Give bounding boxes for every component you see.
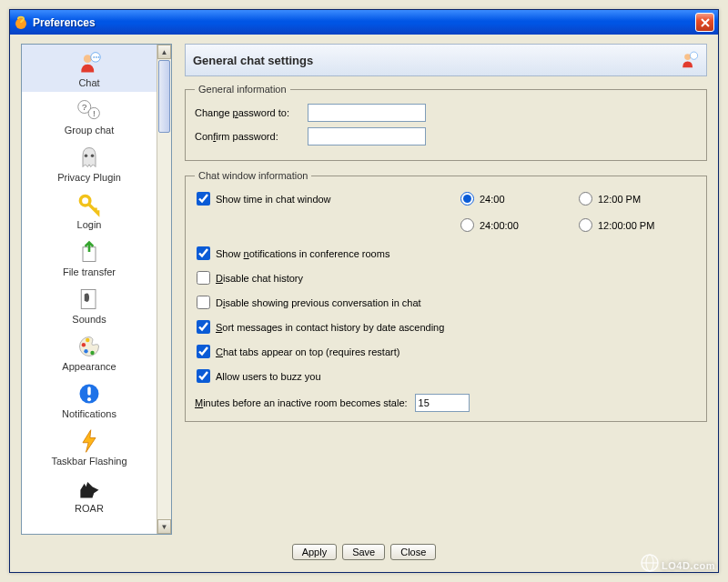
scroll-thumb[interactable] [158,60,170,133]
time-format-24-radio[interactable] [460,192,474,206]
sidebar-item-label: Group chat [24,125,155,135]
disable-history-checkbox[interactable] [197,271,210,285]
radio-label: 24:00 [480,194,505,205]
disable-history-label: Disable chat history [216,273,303,284]
close-button[interactable]: Close [390,544,436,560]
svg-point-11 [91,155,95,158]
show-notifications-checkbox[interactable] [197,246,210,260]
show-notifications-label: Show notifications in conference rooms [216,248,389,259]
wolf-icon [76,476,102,501]
svg-text:?: ? [82,102,86,112]
apply-button[interactable]: Apply [292,544,338,560]
dialog-buttons: Apply Save Close [21,544,707,560]
sidebar-item-sounds[interactable]: Sounds [22,281,157,328]
sidebar-item-file-transfer[interactable]: File transfer [22,234,157,281]
key-icon [76,192,102,217]
svg-rect-20 [87,386,91,396]
svg-point-5 [98,56,100,58]
scroll-down-arrow-icon[interactable]: ▼ [157,519,171,534]
chat-window-information-group: Chat window information Show time in cha… [185,170,707,422]
ghost-icon [76,145,102,170]
radio-label: 24:00:00 [480,220,519,231]
stale-minutes-label: Minutes before an inactive room becomes … [195,397,408,408]
window-title: Preferences [33,16,695,29]
sidebar-item-label: Login [24,219,155,230]
sort-messages-label: Sort messages in contact history by date… [216,322,444,333]
disable-previous-checkbox[interactable] [197,296,210,309]
app-icon [14,15,28,30]
sidebar-item-label: Appearance [24,361,155,372]
svg-point-18 [86,338,89,342]
sidebar-item-roar[interactable]: ROAR [22,470,157,517]
scroll-up-arrow-icon[interactable]: ▲ [157,45,171,59]
preferences-window: Preferences Chat ?! Group chat [9,9,719,573]
sort-messages-checkbox[interactable] [197,320,210,334]
sidebar-item-label: ROAR [24,503,155,514]
palette-icon [76,334,102,359]
sidebar-item-notifications[interactable]: Notifications [22,376,157,423]
disable-previous-label: Disable showing previous conversation in… [216,297,421,308]
general-information-group: General information Change password to: … [185,84,707,161]
svg-point-22 [684,54,691,60]
allow-buzz-checkbox[interactable] [197,369,210,383]
group-legend: General information [195,84,290,95]
show-time-checkbox[interactable] [197,192,210,206]
svg-point-0 [15,18,26,29]
allow-buzz-label: Allow users to buzz you [216,371,321,382]
confirm-password-label: Confirm password: [195,131,302,142]
titlebar[interactable]: Preferences [10,10,718,35]
svg-point-15 [82,343,86,346]
window-body: Chat ?! Group chat Privacy Plugin Login [10,35,718,572]
sidebar-item-label: Chat [24,77,155,88]
tabs-on-top-label: Chat tabs appear on top (requires restar… [216,346,399,357]
person-chat-icon [76,50,102,75]
sidebar: Chat ?! Group chat Privacy Plugin Login [21,44,172,535]
page-title: General chat settings [193,54,313,67]
svg-point-16 [84,349,87,353]
save-button[interactable]: Save [342,544,385,560]
change-password-field[interactable] [308,104,426,122]
sidebar-item-login[interactable]: Login [22,186,157,234]
sounds-icon [76,286,102,312]
sidebar-item-label: File transfer [24,266,155,277]
alert-icon [76,381,102,406]
content-panel: General chat settings General informatio… [185,44,707,535]
person-chat-icon [679,50,699,70]
confirm-password-field[interactable] [308,127,426,146]
page-header: General chat settings [185,44,707,76]
stale-minutes-field[interactable] [415,394,470,412]
close-window-button[interactable] [695,13,714,32]
time-format-12pms-radio[interactable] [579,218,592,232]
sidebar-item-privacy-plugin[interactable]: Privacy Plugin [22,139,157,186]
sidebar-item-label: Privacy Plugin [24,172,155,183]
sidebar-scrollbar[interactable]: ▲ ▼ [157,45,171,534]
radio-label: 12:00 PM [598,194,641,205]
svg-point-4 [96,56,97,58]
time-format-24s-radio[interactable] [460,218,474,232]
sidebar-item-appearance[interactable]: Appearance [22,328,157,376]
sidebar-item-label: Notifications [24,408,155,419]
tabs-on-top-checkbox[interactable] [197,345,210,358]
file-transfer-icon [76,239,102,265]
svg-point-10 [85,155,88,158]
svg-text:!: ! [93,108,96,118]
time-format-12pm-radio[interactable] [579,192,592,206]
radio-label: 12:00:00 PM [598,220,654,231]
sidebar-item-chat[interactable]: Chat [22,45,157,92]
sidebar-item-label: Sounds [24,314,155,325]
svg-point-23 [690,52,697,59]
group-legend: Chat window information [195,170,311,181]
svg-point-1 [84,55,92,63]
sidebar-item-taskbar-flashing[interactable]: Taskbar Flashing [22,423,157,470]
svg-point-3 [93,56,95,58]
lightning-icon [76,428,102,454]
svg-point-17 [90,351,94,355]
show-time-label: Show time in chat window [216,194,331,205]
svg-point-21 [87,397,91,401]
sidebar-item-group-chat[interactable]: ?! Group chat [22,92,157,139]
group-chat-icon: ?! [76,97,102,123]
sidebar-item-label: Taskbar Flashing [24,456,155,467]
change-password-label: Change password to: [195,107,302,118]
